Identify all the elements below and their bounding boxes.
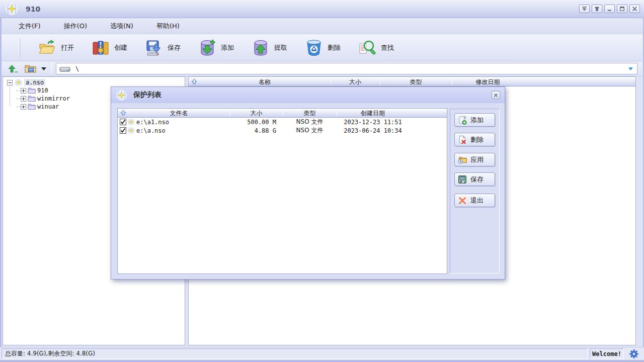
toolbar-extract-label: 提取 bbox=[274, 43, 287, 52]
toolbar-open-label: 打开 bbox=[61, 43, 74, 52]
row-checkbox-checked[interactable] bbox=[120, 127, 126, 134]
archive-file-icon bbox=[127, 127, 135, 134]
toolbar-open-button[interactable]: 打开 bbox=[36, 38, 76, 57]
folder-dropdown-button[interactable] bbox=[41, 67, 46, 70]
sort-arrow-icon[interactable] bbox=[191, 78, 197, 84]
menu-file[interactable]: 文件(F) bbox=[16, 20, 44, 32]
toolbar-save-label: 保存 bbox=[168, 43, 181, 52]
column-type[interactable]: 类型 bbox=[380, 78, 452, 86]
close-icon bbox=[632, 6, 637, 12]
table-row[interactable]: e:\a.nso 4.88 G NSO 文件 2023-06-24 10:34 bbox=[118, 126, 447, 135]
shirt-icon bbox=[594, 6, 600, 12]
main-toolbar: 打开 创建 保存 bbox=[2, 34, 642, 61]
tree-root-label[interactable]: a.nso bbox=[24, 79, 45, 86]
welcome-status: Welcome! bbox=[590, 348, 624, 359]
exit-icon bbox=[458, 196, 467, 205]
skin-button[interactable] bbox=[592, 5, 602, 13]
column-filename[interactable]: 文件名 bbox=[128, 109, 230, 118]
close-icon bbox=[494, 93, 498, 98]
table-row[interactable]: e:\a1.nso 500.00 M NSO 文件 2023-12-23 11:… bbox=[118, 118, 447, 126]
app-window: 910 bbox=[0, 0, 644, 362]
dialog-apply-button[interactable]: 应用 bbox=[454, 153, 495, 166]
file-list-header: 名称 大小 类型 修改日期 bbox=[189, 77, 635, 86]
dialog-close-button[interactable] bbox=[492, 91, 500, 99]
menu-operate[interactable]: 操作(O) bbox=[61, 20, 90, 32]
dialog-delete-label: 删除 bbox=[470, 135, 484, 144]
dialog-title-bar[interactable]: 保护列表 bbox=[111, 87, 505, 103]
column-modified[interactable]: 修改日期 bbox=[452, 78, 524, 86]
minimize-button[interactable] bbox=[604, 5, 615, 13]
dialog-add-button[interactable]: 添加 bbox=[454, 113, 495, 127]
expand-expander-icon[interactable] bbox=[21, 104, 26, 110]
delete-icon bbox=[305, 39, 323, 56]
maximize-button[interactable] bbox=[617, 5, 627, 13]
toolbar-save-button[interactable]: 保存 bbox=[143, 38, 183, 57]
window-controls bbox=[579, 5, 640, 13]
drive-icon bbox=[59, 65, 70, 72]
create-archive-icon bbox=[92, 39, 110, 56]
menu-help[interactable]: 帮助(H) bbox=[153, 20, 183, 32]
toolbar-grip[interactable] bbox=[19, 38, 20, 57]
row-filename: e:\a.nso bbox=[136, 127, 166, 134]
toolbar-find-label: 查找 bbox=[381, 43, 394, 52]
path-combobox[interactable]: \ bbox=[56, 63, 637, 74]
settings-gear-icon[interactable] bbox=[629, 349, 639, 359]
welcome-text: Welcome! bbox=[592, 350, 621, 357]
extract-icon bbox=[252, 39, 270, 56]
menu-options[interactable]: 选项(N) bbox=[107, 20, 136, 32]
tree-item-label[interactable]: winmirror bbox=[37, 95, 70, 102]
tree-item-label[interactable]: 910 bbox=[37, 87, 48, 94]
capacity-status: 总容量: 4.9(G),剩余空间: 4.8(G) bbox=[2, 348, 588, 359]
row-filename: e:\a1.nso bbox=[136, 119, 169, 126]
column-name[interactable]: 名称 bbox=[199, 78, 331, 86]
toolbar-add-button[interactable]: 添加 bbox=[196, 38, 236, 57]
column-created[interactable]: 创建日期 bbox=[337, 109, 409, 118]
folder-view-button[interactable] bbox=[25, 64, 36, 73]
dialog-button-panel: 添加 删除 应用 bbox=[450, 109, 500, 274]
menu-bar: 文件(F) 操作(O) 选项(N) 帮助(H) bbox=[2, 18, 642, 34]
row-size: 4.88 G bbox=[255, 127, 276, 134]
row-checkbox-checked[interactable] bbox=[120, 119, 126, 125]
dialog-exit-button[interactable]: 退出 bbox=[454, 194, 495, 207]
minimize-icon bbox=[607, 6, 612, 12]
open-folder-icon bbox=[38, 39, 56, 56]
sort-arrow-icon[interactable] bbox=[120, 110, 126, 116]
up-arrow-icon bbox=[8, 64, 18, 74]
combo-dropdown-icon[interactable] bbox=[628, 67, 633, 70]
address-bar: \ bbox=[2, 61, 642, 76]
archive-file-icon bbox=[127, 118, 135, 126]
expand-expander-icon[interactable] bbox=[21, 88, 26, 94]
expand-expander-icon[interactable] bbox=[21, 96, 26, 102]
toolbar-create-button[interactable]: 创建 bbox=[90, 38, 129, 57]
column-size[interactable]: 大小 bbox=[331, 78, 380, 86]
toolbar-extract-button[interactable]: 提取 bbox=[250, 38, 289, 57]
column-type[interactable]: 类型 bbox=[283, 109, 337, 118]
dialog-table-header: 文件名 大小 类型 创建日期 bbox=[118, 109, 447, 118]
toolbar-find-button[interactable]: 查找 bbox=[356, 38, 396, 57]
tree-root-item[interactable]: a.nso bbox=[3, 78, 185, 86]
add-file-icon bbox=[458, 116, 467, 125]
window-title: 910 bbox=[26, 5, 40, 13]
delete-file-icon bbox=[458, 135, 467, 144]
dialog-save-button[interactable]: 保存 bbox=[454, 172, 495, 186]
folder-icon bbox=[28, 95, 36, 102]
app-logo-icon bbox=[5, 2, 19, 16]
tree-item-label[interactable]: winuar bbox=[37, 103, 59, 110]
toolbar-add-label: 添加 bbox=[221, 43, 234, 52]
folder-icon bbox=[28, 103, 36, 110]
app-logo-icon bbox=[116, 89, 127, 101]
window-frame-edge bbox=[0, 360, 644, 362]
go-up-button[interactable] bbox=[8, 64, 18, 74]
protection-file-table: 文件名 大小 类型 创建日期 e:\a1.nso 500.00 M NSO 文件… bbox=[117, 108, 447, 274]
dialog-apply-label: 应用 bbox=[470, 155, 484, 164]
collapse-toolbar-button[interactable] bbox=[579, 5, 590, 13]
dialog-exit-label: 退出 bbox=[470, 196, 484, 205]
column-size[interactable]: 大小 bbox=[230, 109, 283, 118]
current-path: \ bbox=[75, 65, 79, 72]
collapse-expander-icon[interactable] bbox=[7, 80, 13, 85]
close-button[interactable] bbox=[629, 5, 640, 13]
dialog-delete-button[interactable]: 删除 bbox=[454, 133, 495, 146]
toolbar-delete-button[interactable]: 删除 bbox=[303, 38, 343, 57]
status-bar: 总容量: 4.9(G),剩余空间: 4.8(G) Welcome! bbox=[0, 347, 644, 360]
row-type: NSO 文件 bbox=[283, 118, 337, 126]
